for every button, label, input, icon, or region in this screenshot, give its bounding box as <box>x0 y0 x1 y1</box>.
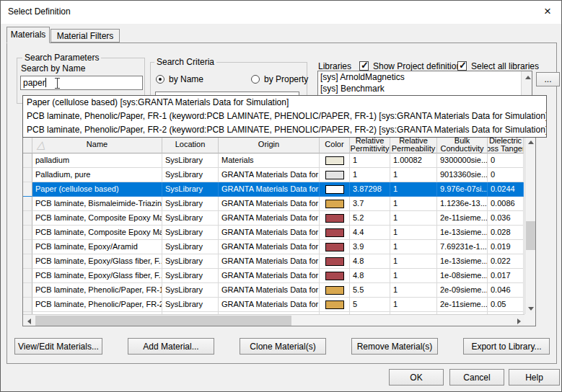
cell-rel_permittivity: 5 <box>350 298 390 312</box>
scroll-left-button[interactable] <box>24 316 35 326</box>
table-row[interactable]: PCB laminate, Composite Epoxy Ma...SysLi… <box>23 226 524 240</box>
libraries-items: [sys] ArnoldMagnetics[sys] Benchmark <box>318 71 532 94</box>
library-item[interactable]: [sys] ArnoldMagnetics <box>318 71 532 83</box>
row-selector[interactable] <box>23 298 32 312</box>
cell-rel_permeability: 1 <box>390 211 437 226</box>
cell-origin: GRANTA Materials Data for ... <box>219 254 320 269</box>
search-criteria-label: Search Criteria <box>154 57 216 67</box>
table-row[interactable]: PCB laminate, Composite Epoxy Ma...SysLi… <box>23 211 524 226</box>
ok-button[interactable]: OK <box>389 369 444 386</box>
add-material-button[interactable]: Add Material... <box>128 338 214 355</box>
column-header-rel_permeability[interactable]: RelativePermeability <box>390 136 437 153</box>
column-header-name[interactable]: Name <box>32 136 162 153</box>
by-property-radio-label: by Property <box>264 74 308 84</box>
select-definition-dialog: Select Definition × Materials Material F… <box>0 0 562 392</box>
cell-dielectric_loss_tangent: 0.022 <box>488 254 524 269</box>
clone-materials-button[interactable]: Clone Material(s) <box>240 338 326 355</box>
cell-location: SysLibrary <box>162 240 219 254</box>
scrollbar-thumb[interactable] <box>35 316 291 326</box>
row-selector[interactable] <box>23 240 32 254</box>
color-cell <box>320 211 350 226</box>
column-header-bulk_conductivity[interactable]: BulkConductivity <box>437 136 488 153</box>
suggestion-item[interactable]: PCB laminate, Phenolic/Paper, FR-1 (keyw… <box>23 110 546 123</box>
export-to-library-button[interactable]: Export to Library... <box>463 338 550 355</box>
table-row[interactable]: PCB laminate, Epoxy/AramidSysLibraryGRAN… <box>23 240 524 254</box>
select-all-libraries-checkbox[interactable]: ✓ <box>457 61 467 71</box>
suggestion-item[interactable]: PCB laminate, Phenolic/Paper, FR-2 (keyw… <box>23 123 546 137</box>
scroll-up-button[interactable] <box>526 137 536 148</box>
close-icon[interactable]: × <box>540 4 556 19</box>
table-row[interactable]: Palladium, pureSysLibraryGRANTA Material… <box>23 168 524 182</box>
cell-dielectric_loss_tangent: 0.028 <box>488 226 524 240</box>
cell-name: Paper (cellulose based) <box>32 182 162 197</box>
cell-bulk_conductivity: 2e-09sieme... <box>437 283 488 298</box>
cell-rel_permeability: 1 <box>390 298 437 312</box>
library-item[interactable]: [sys] Benchmark <box>318 83 532 94</box>
row-selector[interactable] <box>23 283 32 298</box>
cell-name: PCB laminate, Epoxy/Aramid <box>32 240 162 254</box>
scrollbar-thumb[interactable] <box>526 221 536 250</box>
cell-location: SysLibrary <box>162 182 219 197</box>
color-swatch <box>325 243 344 251</box>
cell-rel_permeability: 1 <box>390 168 437 182</box>
search-by-name-label: Search by Name <box>21 63 85 74</box>
show-project-definitions-checkbox[interactable]: ✓ <box>359 61 369 71</box>
column-header-color[interactable]: Color <box>320 136 350 153</box>
cell-origin: GRANTA Materials Data for ... <box>219 211 320 226</box>
column-header-line: Relative <box>399 137 428 145</box>
show-project-definitions-label: Show Project definitions <box>373 61 465 71</box>
row-selector[interactable] <box>23 211 32 226</box>
color-cell <box>320 168 350 182</box>
column-header-dielectric_loss_tangent[interactable]: DielectricLoss Tangent <box>488 136 524 153</box>
row-selector[interactable] <box>23 197 32 211</box>
cell-origin: GRANTA Materials Data for ... <box>219 240 320 254</box>
column-header-location[interactable]: Location <box>162 136 219 153</box>
table-row[interactable]: PCB laminate, Epoxy/Glass fiber, F...Sys… <box>23 269 524 283</box>
by-name-radio[interactable] <box>156 75 164 84</box>
row-selector[interactable] <box>23 269 32 283</box>
color-swatch <box>325 156 344 165</box>
search-input[interactable]: paper <box>20 76 143 90</box>
scroll-right-button[interactable] <box>513 316 524 326</box>
suggestion-item[interactable]: Paper (cellulose based) [sys:GRANTA Mate… <box>23 96 546 110</box>
row-selector[interactable] <box>23 254 32 269</box>
vertical-scrollbar[interactable] <box>524 136 536 314</box>
column-header-origin[interactable]: Origin <box>219 136 320 153</box>
row-selector[interactable] <box>23 153 32 168</box>
column-header-rel_permittivity[interactable]: RelativePermittivity <box>350 136 390 153</box>
color-cell <box>320 240 350 254</box>
table-row[interactable]: palladiumSysLibraryMaterials11.000829300… <box>23 153 524 168</box>
column-header-line: Color <box>325 141 343 148</box>
horizontal-scrollbar[interactable] <box>23 314 524 326</box>
table-row[interactable]: PCB laminate, Phenolic/Paper, FR-2SysLib… <box>23 298 524 312</box>
help-button[interactable]: Help <box>509 369 560 386</box>
cell-dielectric_loss_tangent: 0.05 <box>488 298 524 312</box>
row-selector[interactable] <box>23 226 32 240</box>
table-row[interactable]: Paper (cellulose based)SysLibraryGRANTA … <box>23 182 524 197</box>
color-swatch <box>325 185 344 194</box>
cell-name: PCB laminate, Composite Epoxy Ma... <box>32 226 162 240</box>
cell-location: SysLibrary <box>162 283 219 298</box>
scroll-up-button[interactable] <box>522 72 532 82</box>
remove-materials-button[interactable]: Remove Material(s) <box>351 338 438 355</box>
table-row[interactable]: PCB laminate, Epoxy/Glass fiber, F...Sys… <box>23 254 524 269</box>
browse-libraries-button[interactable]: ... <box>536 72 560 86</box>
cell-rel_permittivity: 4.4 <box>350 226 390 240</box>
table-row[interactable]: PCB laminate, Bismaleimide-TriazineSysLi… <box>23 197 524 211</box>
color-swatch <box>325 171 344 179</box>
column-header-line: Dielectric <box>489 137 522 145</box>
cancel-button[interactable]: Cancel <box>449 369 504 386</box>
arrow-down-icon <box>528 307 534 311</box>
scroll-down-button[interactable] <box>526 303 536 313</box>
by-property-radio[interactable] <box>251 75 260 84</box>
color-cell <box>320 254 350 269</box>
row-selector[interactable] <box>23 168 32 182</box>
cell-rel_permittivity: 1 <box>350 153 390 168</box>
view-edit-materials-button[interactable]: View/Edit Materials... <box>14 338 102 355</box>
cell-rel_permeability: 1.00082 <box>390 153 437 168</box>
tab-materials[interactable]: Materials <box>6 27 50 43</box>
table-row[interactable]: PCB laminate, Phenolic/Paper, FR-1SysLib… <box>23 283 524 298</box>
tab-material-filters[interactable]: Material Filters <box>51 29 120 43</box>
row-selector[interactable] <box>23 182 32 197</box>
column-header-line: Permittivity <box>351 145 390 153</box>
